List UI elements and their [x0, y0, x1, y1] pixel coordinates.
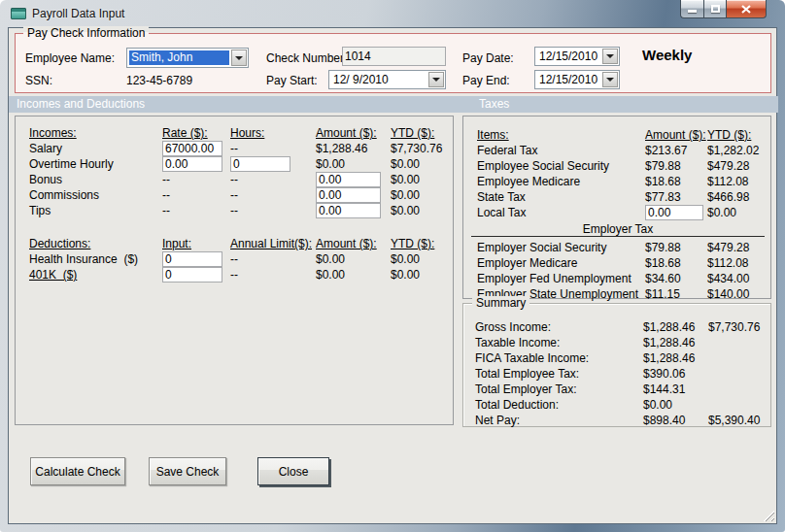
income-row-label: Salary — [29, 141, 162, 156]
tax-cell: $112.08 — [707, 174, 770, 189]
maximize-icon — [711, 5, 720, 13]
salary-rate-input[interactable] — [162, 141, 222, 156]
pay-start-picker[interactable]: 12/ 9/2010 — [328, 70, 446, 89]
tax-row-label: Employer Medicare — [477, 255, 645, 271]
pay-end-value: 12/15/2010 — [537, 73, 600, 86]
local-tax-input[interactable] — [645, 205, 703, 220]
overtime-rate-input[interactable] — [162, 156, 222, 172]
income-row-label: Overtime Hourly — [29, 156, 162, 172]
column-header: YTD ($): — [391, 125, 453, 141]
tax-cell: $18.68 — [645, 255, 707, 271]
income-cell: -- — [230, 203, 316, 218]
summary-row-label: Total Employee Tax: — [475, 366, 643, 382]
pay-date-picker[interactable]: 12/15/2010 — [534, 47, 620, 66]
employee-name-combobox[interactable]: Smith, John — [126, 48, 249, 68]
overtime-hours-input[interactable] — [230, 156, 290, 172]
tax-row-label: Federal Tax — [477, 143, 645, 158]
tax-row-label: Local Tax — [477, 205, 645, 220]
tax-cell: $1,282.02 — [707, 143, 770, 158]
summary-cell: $390.06 — [643, 366, 708, 382]
summary-cell — [708, 366, 770, 382]
summary-cell: $144.31 — [643, 382, 708, 397]
calculate-check-button[interactable]: Calculate Check — [30, 457, 125, 485]
pay-end-picker[interactable]: 12/15/2010 — [534, 70, 620, 89]
401k-input[interactable] — [162, 267, 222, 283]
income-cell: $0.00 — [391, 172, 453, 187]
column-header: Deductions: — [29, 236, 162, 251]
minimize-button[interactable] — [680, 0, 703, 18]
summary-cell: $1,288.46 — [643, 335, 708, 350]
app-icon — [11, 8, 26, 19]
pay-date-label: Pay Date: — [462, 51, 514, 65]
check-number-label: Check Number: — [266, 51, 347, 65]
tax-row-label: Employee Medicare — [477, 174, 645, 189]
paycheck-info-group-label: Pay Check Information — [23, 26, 149, 40]
save-check-button[interactable]: Save Check — [149, 457, 226, 485]
ssn-value: 123-45-6789 — [126, 74, 192, 87]
income-cell: $0.00 — [391, 203, 453, 218]
column-header: Amount ($): — [316, 236, 391, 251]
column-header: Items: — [477, 127, 645, 143]
close-button[interactable] — [727, 0, 767, 18]
section-header-band: Incomes and Deductions Taxes — [9, 96, 778, 113]
maximize-button[interactable] — [703, 0, 727, 18]
tax-row-label: Employer Fed Unemployment — [477, 271, 645, 286]
tips-amount-input[interactable] — [316, 203, 381, 218]
pay-end-dropdown-button[interactable] — [602, 72, 618, 87]
summary-groupbox: Summary Gross Income: $1,288.46 $7,730.7… — [462, 303, 771, 427]
column-header: Annual Limit($): — [230, 236, 316, 251]
income-cell: -- — [230, 172, 316, 187]
commissions-amount-input[interactable] — [316, 187, 381, 203]
401k-link[interactable]: 401K ($) — [29, 267, 162, 283]
pay-start-value: 12/ 9/2010 — [331, 73, 427, 86]
column-header: Amount ($): — [316, 125, 391, 141]
summary-row-label: FICA Taxable Income: — [475, 350, 643, 366]
title-bar[interactable]: Payroll Data Input — [0, 0, 785, 27]
tax-cell: $18.68 — [645, 174, 707, 189]
pay-start-label: Pay Start: — [266, 74, 318, 87]
income-row-label: Tips — [29, 203, 162, 218]
deduction-cell: $0.00 — [391, 267, 453, 283]
income-cell: -- — [162, 203, 230, 218]
window-title: Payroll Data Input — [32, 7, 124, 20]
column-header: Amount ($): — [645, 127, 707, 143]
summary-row-label: Total Deduction: — [475, 397, 643, 413]
chevron-down-icon — [235, 56, 243, 60]
summary-cell: $0.00 — [643, 397, 708, 413]
tax-cell: $112.08 — [707, 255, 770, 271]
deductions-table: Deductions: Input: Annual Limit($): Amou… — [29, 236, 453, 283]
employee-name-dropdown-button[interactable] — [231, 50, 247, 66]
close-form-button[interactable]: Close — [257, 457, 329, 485]
employee-name-value: Smith, John — [129, 50, 229, 65]
column-header: Incomes: — [29, 125, 162, 141]
column-header: Input: — [162, 236, 230, 251]
income-row-label: Commissions — [29, 187, 162, 203]
column-header: YTD ($): — [707, 127, 770, 143]
pay-date-dropdown-button[interactable] — [602, 49, 618, 64]
summary-table: Gross Income: $1,288.46 $7,730.76 Taxabl… — [475, 319, 770, 428]
pay-frequency-label: Weekly — [642, 47, 692, 63]
income-cell: $1,288.46 — [316, 141, 391, 156]
tax-row-label: Employee Social Security — [477, 158, 645, 174]
pay-date-value: 12/15/2010 — [537, 50, 600, 63]
pay-start-dropdown-button[interactable] — [428, 72, 444, 87]
tax-cell: $77.83 — [645, 189, 707, 205]
resize-grip[interactable] — [763, 510, 774, 521]
tax-row-label: Employer Social Security — [477, 240, 645, 255]
app-window: Payroll Data Input Pay Check Information… — [0, 0, 785, 532]
incomes-deductions-section-header: Incomes and Deductions — [17, 96, 145, 113]
employer-tax-heading: Employer Tax — [471, 222, 765, 237]
health-insurance-input[interactable] — [162, 251, 222, 267]
deduction-cell: -- — [230, 251, 316, 267]
column-header: Rate ($): — [162, 125, 230, 141]
minimize-icon — [688, 10, 697, 13]
summary-row-label: Gross Income: — [475, 319, 643, 335]
tax-cell: $479.28 — [707, 240, 770, 255]
tax-cell: $140.00 — [707, 286, 770, 302]
bonus-amount-input[interactable] — [316, 172, 381, 187]
chevron-down-icon — [606, 78, 614, 82]
income-cell: -- — [230, 187, 316, 203]
column-header: YTD ($): — [391, 236, 453, 251]
summary-cell: $1,288.46 — [643, 319, 708, 335]
incomes-deductions-panel: Incomes: Rate ($): Hours: Amount ($): YT… — [15, 116, 454, 425]
